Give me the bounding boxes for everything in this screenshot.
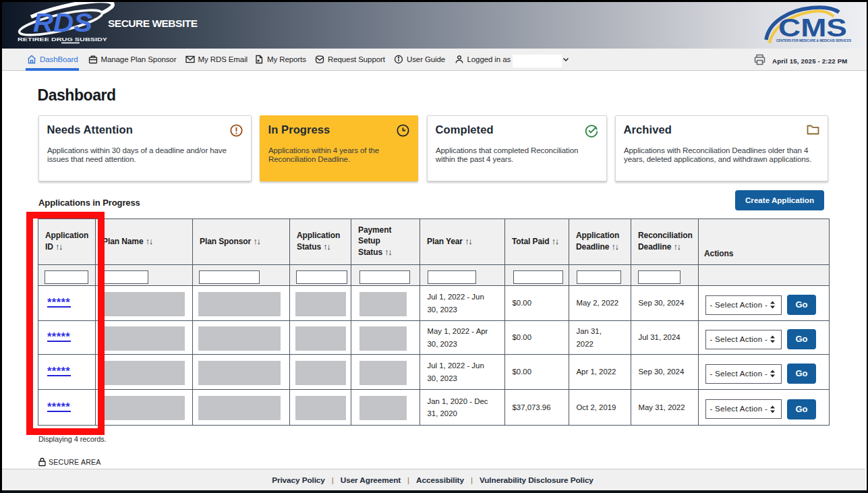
svg-text:RDS: RDS [33, 9, 92, 37]
svg-text:CENTERS FOR MEDICARE & MEDICAI: CENTERS FOR MEDICARE & MEDICAID SERVICES [776, 38, 852, 42]
svg-text:RETIREE DRUG SUBSIDY: RETIREE DRUG SUBSIDY [18, 36, 108, 42]
svg-text:CMS: CMS [778, 14, 847, 42]
